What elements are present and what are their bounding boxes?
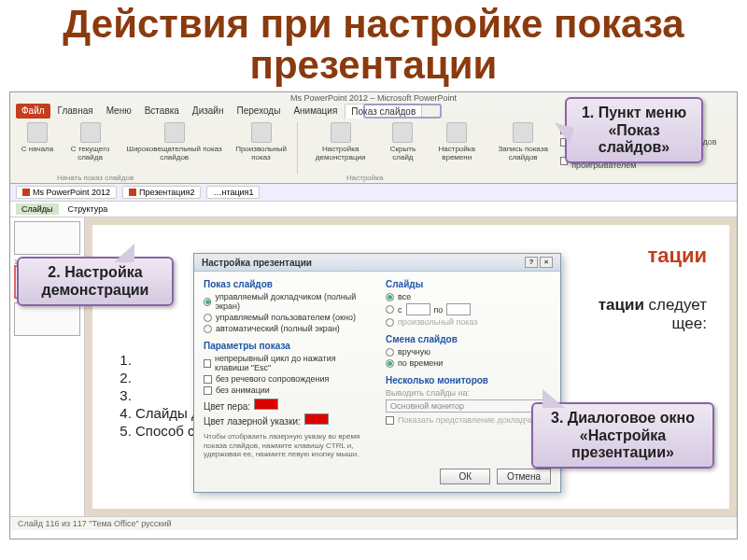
laser-color-row: Цвет лазерной указки: [204, 413, 369, 427]
chk-no-animation[interactable]: без анимации [204, 385, 369, 395]
callout-2: 2. Настройка демонстрации [17, 257, 174, 306]
slide-title: Действия при настройке показа презентаци… [0, 0, 747, 91]
doc-tab-2[interactable]: Презентация2 [122, 186, 201, 199]
group-slides: Слайды [386, 279, 551, 289]
radio-range[interactable]: с по [386, 303, 551, 315]
document-tabs-strip: Ms PowerPoint 2012 Презентация2 …нтация1 [10, 184, 737, 202]
custom-show-icon [251, 122, 272, 143]
file-tab[interactable]: Файл [16, 104, 50, 119]
dialog-title-text: Настройка презентации [202, 258, 312, 268]
laser-note: Чтобы отобразить лазерную указку во врем… [204, 432, 369, 459]
spin-to[interactable] [446, 303, 471, 315]
laser-color-swatch[interactable] [304, 413, 329, 425]
radio-browsed[interactable]: управляемый пользователем (окно) [204, 313, 369, 322]
pptx-icon [129, 189, 136, 196]
dialog-help-icon[interactable]: ? [525, 257, 538, 268]
group-label-start: Начать показ слайдов [57, 174, 134, 182]
monitor-dropdown[interactable]: Основной монитор [386, 399, 551, 413]
ribbon-rehearse[interactable]: Настройка времени [428, 122, 486, 174]
tab-transitions[interactable]: Переходы [231, 104, 286, 119]
ribbon-broadcast[interactable]: Широковещательный показ слайдов [121, 122, 227, 174]
callout-1: 1. Пункт меню «Показ слайдов» [565, 97, 703, 163]
callout-1-text: 1. Пункт меню «Показ слайдов» [582, 105, 686, 155]
ribbon-record[interactable]: Запись показа слайдов [489, 122, 557, 174]
radio-timed[interactable]: по времени [386, 358, 551, 368]
tab-animation[interactable]: Анимация [288, 104, 343, 119]
ribbon-from-start[interactable]: С начала [16, 122, 59, 174]
hide-slide-icon [392, 122, 413, 143]
radio-kiosk[interactable]: автоматический (полный экран) [204, 324, 369, 333]
tab-insert[interactable]: Вставка [139, 104, 185, 119]
setup-show-dialog: Настройка презентации ? × Показ слайдов … [193, 253, 561, 493]
nav-slides[interactable]: Слайды [16, 203, 59, 215]
chk-presenter-view: Показать представление докладчика [386, 415, 551, 425]
tab-home[interactable]: Главная [52, 104, 99, 119]
nav-pane-tabs: Слайды Структура [10, 202, 737, 217]
play-icon [27, 122, 48, 143]
doc-tab-1[interactable]: Ms PowerPoint 2012 [16, 186, 117, 199]
tab-design[interactable]: Дизайн [187, 104, 230, 119]
callout-3: 3. Диалоговое окно «Настройка презентаци… [531, 402, 714, 469]
radio-all-slides[interactable]: все [386, 292, 551, 301]
thumb[interactable] [14, 302, 80, 336]
callout-2-text: 2. Настройка демонстрации [42, 264, 149, 297]
group-monitors: Несколько мониторов [386, 375, 551, 385]
chk-no-narration[interactable]: без речевого сопровождения [204, 374, 369, 384]
dialog-titlebar: Настройка презентации ? × [194, 254, 560, 272]
doc-tab-3[interactable]: …нтация1 [206, 186, 260, 199]
radio-manual[interactable]: вручную [386, 347, 551, 357]
record-icon [513, 122, 533, 143]
group-params: Параметры показа [204, 341, 369, 351]
screenshot-frame: Ms PowerPoint 2012 – Microsoft PowerPoin… [9, 91, 738, 539]
highlight-slideshow-tab [363, 104, 442, 119]
group-label-setup: Настройка [346, 174, 383, 182]
pptx-icon [22, 189, 30, 196]
ribbon-from-current[interactable]: С текущего слайда [63, 122, 118, 174]
radio-custom: произвольный показ [386, 317, 551, 327]
radio-presenter[interactable]: управляемый докладчиком (полный экран) [204, 292, 369, 311]
setup-icon [331, 122, 351, 143]
cancel-button[interactable]: Отмена [497, 469, 551, 484]
broadcast-icon [164, 122, 185, 143]
dialog-close-icon[interactable]: × [540, 257, 553, 268]
chk-loop[interactable]: непрерывный цикл до нажатия клавиши "Esc… [204, 354, 369, 372]
ribbon-hide-slide[interactable]: Скрыть слайд [381, 122, 424, 174]
group-showtype: Показ слайдов [204, 279, 369, 289]
spin-from[interactable] [406, 303, 430, 315]
tab-menu[interactable]: Меню [101, 104, 137, 119]
pen-color-swatch[interactable] [254, 399, 278, 410]
callout-3-text: 3. Диалоговое окно «Настройка презентаци… [551, 410, 695, 460]
status-bar: Слайд 116 из 117 "Тема Office" русский [10, 516, 737, 530]
ribbon-setup-show[interactable]: Настройка демонстрации [303, 122, 378, 174]
thumb[interactable] [14, 221, 80, 255]
ribbon-custom-show[interactable]: Произвольный показ [231, 122, 291, 174]
group-advance: Смена слайдов [386, 334, 551, 344]
pen-color-row: Цвет пера: [204, 399, 369, 412]
timer-icon [446, 122, 467, 143]
play-current-icon [80, 122, 101, 143]
ok-button[interactable]: ОК [440, 469, 490, 484]
nav-outline[interactable]: Структура [63, 203, 114, 215]
monitor-label: Выводить слайды на: [386, 388, 551, 398]
